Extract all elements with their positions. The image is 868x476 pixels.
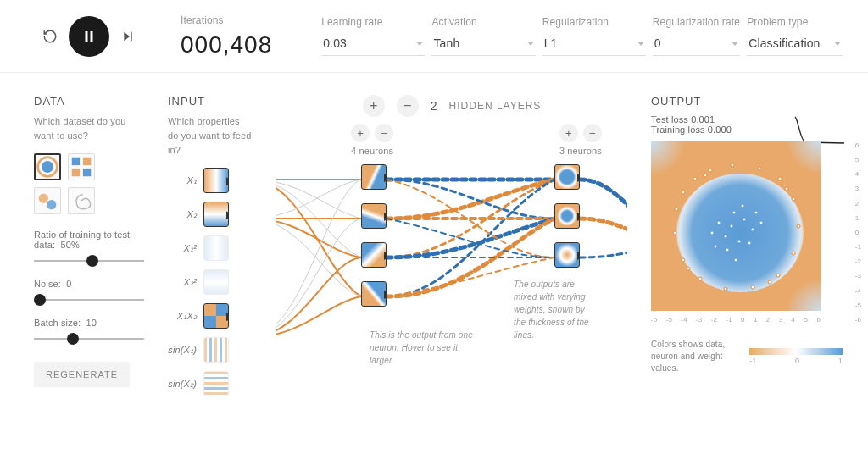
data-heading: DATA	[34, 95, 144, 108]
svg-rect-1	[91, 31, 93, 42]
svg-point-42	[675, 208, 678, 211]
svg-point-24	[754, 211, 758, 214]
feature-x2sq[interactable]	[203, 269, 229, 295]
ratio-slider[interactable]	[34, 255, 144, 267]
feature-sinx2[interactable]	[203, 371, 229, 396]
svg-point-44	[785, 187, 788, 191]
svg-point-32	[778, 177, 782, 180]
svg-point-12	[730, 224, 733, 228]
neuron-l2-1[interactable]	[554, 164, 580, 190]
feature-x2[interactable]	[203, 202, 229, 227]
ratio-label: Ratio of training to test data: 50%	[34, 230, 144, 250]
neuron-l1-2[interactable]	[361, 203, 387, 229]
regenerate-button[interactable]: REGENERATE	[34, 362, 130, 387]
activation-label: Activation	[431, 16, 535, 28]
feature-x1x2[interactable]	[203, 303, 229, 329]
iterations-label: Iterations	[181, 14, 272, 26]
layer-2-add-neuron[interactable]: +	[559, 124, 578, 142]
output-heatmap	[651, 141, 821, 311]
step-button[interactable]	[116, 25, 140, 48]
input-column: INPUT Which properties do you want to fe…	[168, 95, 253, 413]
reset-button[interactable]	[38, 25, 62, 48]
svg-point-26	[734, 258, 737, 262]
chevron-down-icon	[732, 42, 738, 46]
data-column: DATA Which dataset do you want to use? R…	[34, 95, 144, 413]
layer-2-controls: + − 3 neurons	[559, 124, 602, 156]
neuron-l2-2[interactable]	[554, 203, 580, 229]
neuron-l1-4[interactable]	[361, 281, 387, 307]
svg-point-39	[698, 277, 702, 280]
svg-point-13	[743, 218, 746, 221]
neuron-l1-3[interactable]	[361, 242, 387, 268]
y-axis-ticks: 654 321 0-1-2 -3-4-5 -6	[855, 141, 861, 324]
batch-slider[interactable]	[34, 333, 144, 345]
feature-x1sq[interactable]	[203, 235, 229, 261]
svg-point-16	[751, 228, 754, 231]
svg-point-37	[751, 285, 754, 289]
noise-label: Noise: 0	[34, 279, 144, 289]
layer-2-remove-neuron[interactable]: −	[583, 124, 602, 142]
feature-sinx1[interactable]	[203, 337, 229, 363]
dataset-circle[interactable]	[34, 153, 61, 180]
input-subtitle: Which properties do you want to feed in?	[168, 114, 253, 158]
svg-point-30	[731, 163, 734, 167]
chevron-down-icon	[527, 42, 534, 46]
layer-1-remove-neuron[interactable]: −	[375, 124, 393, 142]
svg-point-4	[42, 161, 53, 173]
svg-point-34	[797, 224, 800, 228]
input-heading: INPUT	[168, 95, 253, 108]
svg-point-35	[792, 252, 795, 255]
dataset-gauss[interactable]	[34, 187, 61, 214]
feature-x1[interactable]	[203, 168, 229, 193]
svg-point-31	[758, 167, 761, 170]
neuron-output-note: This is the output from one neuron. Hove…	[370, 329, 480, 367]
regularization-select[interactable]: L1	[542, 33, 646, 56]
feature-label: sin(X₂)	[168, 379, 197, 390]
neuron-l2-3[interactable]	[554, 242, 580, 268]
problem-type-select[interactable]: Classification	[747, 33, 843, 56]
layer-1-add-neuron[interactable]: +	[351, 124, 370, 142]
regularization-rate-select[interactable]: 0	[653, 33, 740, 56]
svg-point-22	[726, 248, 729, 252]
add-layer-button[interactable]: +	[363, 95, 385, 117]
activation-select[interactable]: Tanh	[431, 33, 535, 56]
weights-note: The outputs are mixed with varying weigh…	[514, 278, 598, 341]
dataset-spiral[interactable]	[68, 187, 95, 214]
svg-point-28	[693, 177, 697, 180]
regularization-label: Regularization	[542, 16, 646, 28]
svg-point-25	[714, 245, 717, 248]
svg-rect-7	[83, 158, 91, 165]
remove-layer-button[interactable]: −	[397, 95, 419, 117]
batch-label: Batch size: 10	[34, 318, 144, 328]
feature-label: X₁X₂	[168, 311, 197, 322]
play-pause-button[interactable]	[69, 16, 109, 57]
svg-point-27	[682, 191, 685, 194]
svg-point-15	[737, 240, 741, 243]
iterations-value: 000,408	[181, 31, 272, 58]
legend-text: Colors shows data, neuron and weight val…	[651, 339, 736, 374]
pause-icon	[81, 29, 97, 44]
layer-2-neurons-label: 3 neurons	[559, 146, 602, 156]
layer-1-controls: + − 4 neurons	[351, 124, 393, 156]
dataset-thumbnails	[34, 153, 144, 214]
svg-point-19	[748, 241, 751, 245]
top-controls-bar: Iterations 000,408 Learning rate 0.03 Ac…	[0, 0, 868, 73]
dataset-xor[interactable]	[68, 153, 95, 180]
problem-type-label: Problem type	[747, 16, 843, 28]
output-column: OUTPUT Test loss 0.001 Training loss 0.0…	[651, 95, 848, 413]
svg-point-11	[47, 200, 56, 209]
svg-point-20	[710, 231, 714, 235]
layer-1-neurons-label: 4 neurons	[351, 146, 393, 156]
noise-slider[interactable]	[34, 294, 144, 306]
learning-rate-select[interactable]: 0.03	[321, 33, 425, 56]
neuron-l1-1[interactable]	[361, 164, 387, 190]
x-axis-ticks: -6-5-4 -3-2-1 012 345 6	[651, 316, 821, 324]
feature-label: X₂	[168, 209, 197, 220]
regularization-rate-label: Regularization rate	[653, 16, 740, 28]
svg-point-10	[39, 194, 48, 203]
svg-point-33	[792, 197, 795, 201]
output-heading: OUTPUT	[651, 95, 848, 108]
chevron-down-icon	[834, 42, 841, 46]
learning-rate-label: Learning rate	[321, 16, 425, 28]
data-subtitle: Which dataset do you want to use?	[34, 114, 144, 143]
